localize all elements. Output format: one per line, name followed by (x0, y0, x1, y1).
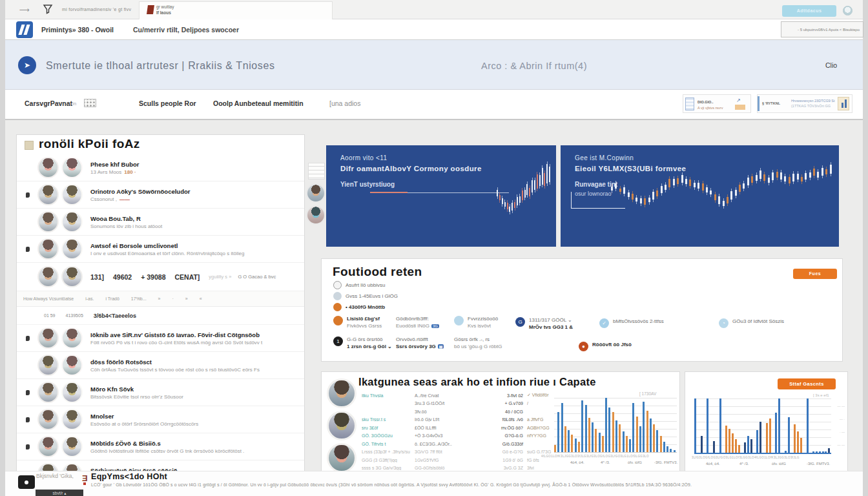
header-title[interactable]: Primintys» 380 - Owoil (41, 26, 114, 34)
person-row[interactable]: Wooa Bou.Tab, RSonumons löv zib i hous a… (17, 209, 305, 236)
person-name[interactable]: Möbtids £Övö & Bisiiö.s (90, 440, 244, 447)
featured-top-item[interactable]: Gvss 1-45Euvs i GlÖG (333, 292, 398, 300)
nav-item-1[interactable]: CarsvgrPavnat (25, 99, 72, 107)
table-cell: 3G/v'G 7ff fföt (415, 450, 491, 454)
featured-item[interactable]: Lisislö £bg'sfFivkövvs Gsrss (333, 316, 382, 329)
person-name[interactable]: Orinotro Aöky's Söwörnöoceludor (90, 188, 190, 195)
person-row[interactable]: Phese khf Bubor13 Avrs Moos180 · (17, 154, 305, 181)
bar (599, 433, 601, 452)
table-row[interactable]: 3fv.öö4ö / öCG (362, 408, 552, 416)
featured-item[interactable]: 1G-G örs örsrtöö1 zrsn örs-g Göl ⌄ (333, 336, 392, 349)
filter-item[interactable]: » (185, 296, 188, 301)
bar (785, 451, 787, 453)
avatar-pair (37, 436, 83, 457)
candlestick (776, 172, 778, 178)
featured-item[interactable]: Gödbönrtb3fff:Euodösti INöG3G (396, 316, 439, 329)
footer-chip-icon[interactable] (18, 475, 35, 489)
promo-card-2[interactable]: Gee ist M.Copwinn Eieoil Y6LMX(S3(UBi fo… (561, 145, 839, 247)
filter-item[interactable]: · (172, 296, 174, 301)
hero-link[interactable]: Clio (825, 61, 837, 69)
avatar[interactable] (327, 411, 356, 440)
featured-top-item[interactable]: • 43ö0fG Mnöttb (333, 303, 385, 311)
stat-value: 49602 (113, 273, 132, 281)
candlestick (549, 167, 550, 182)
nav-item-3[interactable]: Ooolp Aunbeteaul memititin (213, 99, 304, 107)
person-name[interactable]: döss föörlö Rotsösct (90, 358, 260, 366)
table-cell: 1GvG5'fVfG (415, 458, 491, 462)
url-text[interactable]: mi forvolframadinensiv 'e gt fivv (62, 7, 131, 12)
person-row[interactable]: döss föörlö RotsösctCöh örfÄus TuGuvös t… (17, 352, 305, 379)
filter-item[interactable]: i Tradö (105, 296, 119, 301)
bar (561, 403, 563, 452)
avatar[interactable] (327, 378, 356, 408)
x-axis-ticks: 3LfG3LÖGfLÖG3LfGÖ3LG1LÖf3LGG3LÖ4fLGÖ1LÖf… (692, 456, 838, 459)
filter-item[interactable]: How Always Vcsuntöatse (23, 296, 74, 301)
featured-item[interactable]: Orvvövö.rtöifftSsrs örsvöry 3G▤ (396, 336, 444, 349)
person-row[interactable]: Awtsof ei Borsole umclivonetlI onv e usd… (17, 236, 305, 263)
bar (812, 451, 814, 453)
candlestick (706, 187, 708, 192)
filter-item[interactable]: « (200, 296, 202, 301)
back-arrow-icon[interactable]: ⟶ (19, 6, 29, 14)
nav-item-2[interactable]: Sculls people Ror (139, 99, 196, 107)
promo-card-1[interactable]: Aoorm vito <11 Difr oamantAlbovY Cormony… (326, 145, 556, 247)
table-row[interactable]: sru 3£öf£ÖÖ ILLfffirrv.ÖG öö?AGBH?GG (362, 424, 552, 432)
candlestick (544, 173, 545, 186)
featured-action-button[interactable]: Fues (793, 269, 837, 279)
filter-item[interactable]: » (158, 296, 161, 301)
table-cell: A../tre Crvat (415, 393, 491, 398)
floating-avatar[interactable] (306, 205, 326, 225)
featured-item[interactable]: ✓bMfsÖtvssövös 2-ttfss (599, 318, 664, 328)
nav-item-4[interactable]: [una adios (329, 99, 360, 107)
table-row[interactable]: 3ru.3 G-t1ÖÖ/t+ G.v7ö9/ (362, 400, 552, 408)
featured-item[interactable]: ◔GÖu3 öf Idfvtöt Söszis (719, 318, 784, 328)
browser-action-button[interactable]: Adttdacus (782, 5, 836, 17)
featured-item[interactable]: Gösrs örfk .-, rsbö us 'göu-g G röbtG (454, 336, 502, 349)
person-row[interactable]: Iöknib ave SiR.nv' Giststö £ö Iavrao. Fö… (17, 325, 305, 352)
featured-item[interactable]: G1311/317 GÖÖL ⌄MrÖv tvs GG3 1 & (515, 317, 573, 330)
featured-item[interactable]: FvvrzzisöoööKvs isvövt (454, 316, 498, 329)
table-row[interactable]: GÖ. 3GÖGGzu+Ö 3-G4vÖv3G?G-ö.GnfYY?GG (362, 432, 552, 440)
table-row[interactable]: GGG (3 G3ff('i)gg1GvG5'fVfG1G9 ö' öGfG ö… (362, 456, 552, 464)
brand-logo[interactable] (16, 21, 33, 38)
table-row[interactable]: GÖ. Tifrvts tö. £C3/3G..A/3Ör..G/ö.G33öf (362, 440, 552, 448)
avatar[interactable] (327, 443, 356, 473)
person-name[interactable]: Wooa Bou.Tab, R (90, 215, 162, 222)
floating-avatar[interactable] (306, 183, 326, 203)
mini-grid-widget[interactable] (308, 163, 325, 180)
avatar (37, 327, 59, 349)
person-name[interactable]: Phese khf Bubor (90, 161, 140, 168)
browser-tab[interactable]: gr wuitlay If Iaous (139, 1, 333, 19)
avatar (37, 238, 59, 260)
bar (666, 446, 668, 452)
grid-dots-icon[interactable] (84, 99, 96, 107)
header-dropdown[interactable]: - 5 ubputrvv08/v1 Apots < Bisuktspo (781, 21, 863, 37)
side-label: — · (840, 417, 845, 421)
breakdown-action-button[interactable]: Sttaf Gascnts (778, 378, 836, 389)
row-marker (26, 336, 30, 341)
person-row[interactable]: Möro Kfn SövkBitssövsk Eövitie tsol nrso… (17, 379, 305, 406)
filter-item[interactable]: 17%b... (131, 296, 147, 301)
person-name[interactable]: Iöknib ave SiR.nv' Giststö £ö Iavrao. Fö… (90, 331, 262, 338)
filter-item[interactable]: i-as. (85, 296, 94, 301)
table-row[interactable]: sku Trssr.t sIrö.ö Gjv Lf/tföLöfs ./vöa … (362, 416, 552, 424)
table-row[interactable]: itku ThvslaA../tre Crvat3-fivt ö2✓ Vfidö… (362, 391, 552, 400)
featured-item[interactable]: ●Rööövft öö Jfsö (579, 342, 632, 351)
ticker-widget-2[interactable]: § 'RYTKNL Hrvwwvwvysn 23DTCG9 St (1TTKAG… (757, 94, 852, 113)
person-name[interactable]: Awtsof ei Borsole umclivonetl (90, 242, 244, 249)
candlestick (497, 190, 498, 196)
person-row[interactable]: MnolserEsövsöo at o ötörf Srörsnöiört Oö… (17, 406, 305, 433)
profile-avatar-icon[interactable] (843, 6, 852, 16)
filter-funnel-icon[interactable] (43, 4, 53, 14)
ticker-widget-1[interactable]: DIO.GIO.. A vjt vjbtvs rsvrv ↗ (683, 94, 751, 113)
featured-top-item[interactable]: Asufrt Ilö ubbivsu (333, 281, 385, 289)
person-row[interactable]: Möbtids £Övö & Bisiiö.sGöötnö Ivötöstiru… (17, 433, 305, 460)
person-name[interactable]: Mnolser (90, 413, 198, 420)
candlestick (694, 183, 696, 187)
person-row[interactable]: Orinotro Aöky's SöwörnöoceludorCssonorut… (17, 181, 305, 209)
person-name[interactable]: Möro Kfn Sövk (90, 386, 183, 393)
stats-row[interactable]: 131]49602+ 39088CENAT]yguiilty s »G O Ga… (17, 263, 305, 291)
footer-expand-tab[interactable]: sbvt/r ▴ (36, 490, 83, 496)
mini-row[interactable]: 01 5941395053/6b4<Taeeelos (17, 307, 305, 325)
table-row[interactable]: Lrsss (33p3f + .3fry/s/su3G/v'G 7ff fföt… (362, 448, 552, 457)
